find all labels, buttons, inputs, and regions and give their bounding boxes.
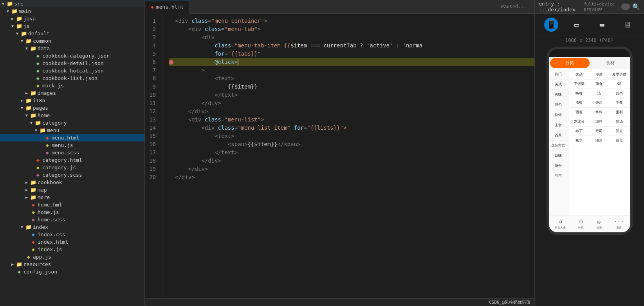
tree-item-home-js[interactable]: ◆home.js [0,208,144,216]
phone-grid-cell[interactable]: 煲汤 [609,117,629,126]
phone-grid-cell[interactable]: 甜点 [609,127,629,136]
tree-item-i18n[interactable]: ▶📁i18n [0,97,144,104]
tree-item-js[interactable]: ▼📁js [0,22,144,30]
tree-item-home[interactable]: ▼📁home [0,112,144,119]
phone-grid-cell[interactable]: 东北菜 [569,117,589,126]
tree-item-home-html[interactable]: ◆home.hml [0,201,144,208]
phone-grid-cell[interactable]: 清爽 [569,98,589,107]
line-num-5: 5 [145,50,159,58]
phone-tab-category[interactable]: 分类 [550,58,590,68]
tab-label: menu.html [156,4,184,10]
phone-cat-6[interactable]: 主食 [549,120,568,130]
token-string: "{{tabs}}" [228,50,261,58]
search-icon[interactable]: 🔍 [632,3,640,11]
phone-grid-cell[interactable]: 蛋料 [609,108,629,117]
tree-item-category[interactable]: ▼📁category [0,119,144,127]
phone-grid-cell[interactable]: 甜点 [609,136,629,145]
tree-item-more[interactable]: ▶📁more [0,194,144,201]
tree-item-index-js[interactable]: ◆index.js [0,246,144,253]
phone-cat-2[interactable]: 买式 [549,80,568,90]
code-line-3: <div [169,33,534,42]
phone-cat-9[interactable]: 口味 [549,151,568,161]
phone-grid-cell[interactable]: 夏季菜谱 [609,70,629,79]
tablet-landscape-btn[interactable]: ▬ [595,18,609,32]
tree-arrow-menu-dir: ▼ [33,128,39,132]
phone-grid-cell[interactable]: 寿司 [589,127,609,136]
phone-cat-11[interactable]: 节日 [549,171,568,181]
tree-item-category-js[interactable]: ◆category.js [0,164,144,171]
phone-grid-cell[interactable]: 糯水 [569,136,589,145]
editor-code-area[interactable]: 1234567891011121314151617181920 <div cla… [145,14,534,298]
phone-cat-4[interactable]: 特色 [549,100,568,110]
phone-grid-cell[interactable]: 汤 [589,89,609,98]
phone-tab-ingredient[interactable]: 食材 [591,57,630,69]
phone-cat-10[interactable]: 场合 [549,161,568,171]
line-num-16: 16 [145,140,159,148]
tree-item-index-dir[interactable]: ▼📁index [0,223,144,231]
nav-food-all[interactable]: ⊙ 美食大全 [555,219,566,230]
nav-more[interactable]: ··· 更多 [614,219,624,230]
line-num-9: 9 [145,83,159,91]
phone-grid-cell[interactable]: 烧烤 [589,98,609,107]
tree-item-cookbook-list[interactable]: ◆cookbook-list.json [0,74,144,82]
tree-item-images[interactable]: ▶📁images [0,89,144,97]
nav-map[interactable]: ◎ 地图 [596,219,602,230]
tree-item-resources[interactable]: ▶📁resources [0,261,144,268]
tree-item-default[interactable]: ▼📁default [0,30,144,37]
tree-item-index-html[interactable]: ◆index.html [0,238,144,246]
phone-grid-cell[interactable]: 面食 [589,80,609,89]
tree-item-src[interactable]: ▼📁src [0,0,144,7]
phone-cat-8[interactable]: 烹饪方式 [549,141,568,151]
tree-item-menu-scss[interactable]: ◆menu.scss [0,149,144,156]
line-numbers: 1234567891011121314151617181920 [145,14,162,298]
tree-item-cookbook-hotcat[interactable]: ◆cookbook-hotcat.json [0,67,144,74]
phone-grid-cell[interactable]: 粥 [609,80,629,89]
tree-item-common[interactable]: ▼📁common [0,37,144,45]
tree-item-index-css[interactable]: ◆index.css [0,231,144,238]
tree-item-category-scss[interactable]: ◆category.scss [0,171,144,179]
tree-item-cookbook-category[interactable]: ◆cookbook-category.json [0,52,144,60]
phone-grid-cell[interactable]: 华料 [589,108,609,117]
phone-cat-7[interactable]: 器具 [549,130,568,141]
tree-label-category-js: category.js [42,165,144,170]
phone-grid-cell[interactable]: 饮品 [569,70,589,79]
tree-item-cookbook-detail[interactable]: ◆cookbook-detail.json [0,60,144,67]
phone-grid-cell[interactable]: 湘菜 [589,136,609,145]
phone-grid-cell[interactable]: 布丁 [569,127,589,136]
phone-grid-cell[interactable]: 漫游 [589,70,609,79]
tree-item-cookbook[interactable]: ▶📁cookbook [0,179,144,186]
tree-item-menu-js[interactable]: ◆menu.js [0,141,144,149]
phone-grid-cell[interactable]: 中餐 [609,98,629,107]
tree-item-app-js[interactable]: ◆app.js [0,253,144,261]
tablet-portrait-btn[interactable]: ▭ [570,18,584,32]
editor-tab-menu-html[interactable]: ◆ menu.html [145,0,190,14]
line-num-13: 13 [145,116,159,124]
tree-item-menu-html[interactable]: ◆menu.html [0,134,144,141]
tree-item-map[interactable]: ▶📁map [0,186,144,194]
tree-item-config-json[interactable]: ◆config.json [0,268,144,275]
phone-grid-cell[interactable]: 凉拌 [589,117,609,126]
code-line-19: </div> [169,165,534,173]
line-num-8: 8 [145,74,159,83]
phone-cat-5[interactable]: 快炖 [549,110,568,120]
nav-category[interactable]: ⊞ 分类 [578,219,584,230]
multi-device-toggle[interactable] [621,4,630,10]
desktop-btn[interactable]: 🖥 [621,18,635,32]
phone-grid-cell[interactable]: 西餐 [569,108,589,117]
phone-grid-cell[interactable]: 面条 [609,89,629,98]
phone-grid-cell[interactable]: 晚餐 [569,89,589,98]
tree-item-category-html[interactable]: ◆category.html [0,156,144,164]
phone-grid-cell[interactable]: 下饭菜 [569,80,589,89]
tree-item-menu-dir[interactable]: ▼📁menu [0,127,144,134]
phone-cat-3[interactable]: 买味 [549,90,568,100]
tree-item-data[interactable]: ▼📁data [0,45,144,52]
phone-cat-1[interactable]: 热门 [549,69,568,80]
tree-item-home-scss[interactable]: ◆home.scss [0,216,144,223]
tree-item-pages[interactable]: ▼📁pages [0,104,144,112]
code-lines[interactable]: <div class="menu-container"> <div class=… [162,14,534,298]
tree-item-java[interactable]: ▶📁java [0,15,144,22]
mobile-device-btn[interactable]: 📱 [544,18,558,32]
tree-item-main[interactable]: ▼📁main [0,7,144,15]
tree-item-mock[interactable]: ◆mock.js [0,82,144,89]
nav-food-label: 美食大全 [555,226,566,230]
